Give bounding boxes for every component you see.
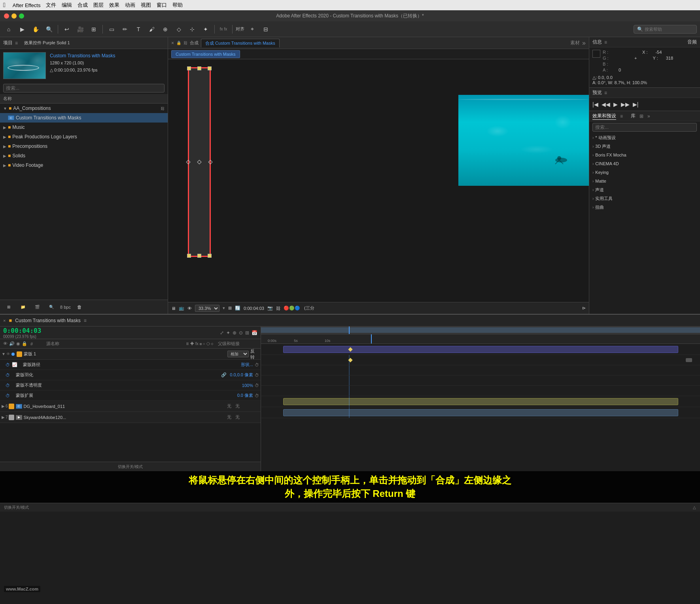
delete-button[interactable]: 🗑	[74, 302, 85, 313]
menu-effects[interactable]: 效果	[109, 2, 119, 9]
prop-stopwatch-opacity[interactable]: ⏱	[255, 383, 259, 388]
comp-viewer-canvas[interactable]	[168, 59, 589, 302]
prop-stopwatch-feather[interactable]: ⏱	[255, 373, 259, 378]
vis-eye[interactable]: 👁	[6, 352, 10, 356]
prop-value-opacity[interactable]: 100%	[242, 383, 253, 388]
effects-item-2[interactable]: › Boris FX Mocha	[589, 151, 700, 159]
track-bar-6[interactable]	[283, 398, 678, 405]
track-bar-7[interactable]	[283, 409, 678, 416]
layer-7[interactable]: ▶ 7 ▶ Skyward4Adobe120... 无 无	[0, 412, 261, 423]
eye-icon[interactable]: 👁	[3, 341, 8, 346]
list-item-custom-transitions[interactable]: C Custom Transitions with Masks	[0, 113, 168, 123]
pin-tool[interactable]: ✦	[200, 24, 211, 35]
prop-value-expansion[interactable]: 0.0 像素	[237, 393, 253, 398]
new-comp-button[interactable]: ⊞	[3, 302, 14, 313]
text-tool[interactable]: T	[133, 24, 144, 35]
apple-logo[interactable]: 	[3, 2, 6, 9]
search-btn[interactable]: 🔍	[46, 302, 57, 313]
effects-presets-tab[interactable]: 效果和预设	[592, 113, 616, 120]
info-menu-icon[interactable]: ≡	[604, 40, 607, 45]
viewer-timecode[interactable]: 0:00:04:03	[244, 306, 264, 311]
switch-label[interactable]: 切换开关/模式	[118, 464, 143, 470]
panel-menu-btn[interactable]: »	[582, 40, 586, 47]
menu-window[interactable]: 窗口	[157, 2, 167, 9]
mask-feather[interactable]: fx fx	[218, 24, 229, 35]
expand-icon[interactable]: ⊳	[582, 306, 586, 311]
layer-6[interactable]: ▶ 6 C DG_Hoverboard_011 无 无	[0, 401, 261, 412]
rect-shape-tool[interactable]: ▭	[106, 24, 117, 35]
camera-tool[interactable]: 🎥	[75, 24, 86, 35]
loop-icon[interactable]: 🔄	[235, 306, 240, 311]
timeline-tool-4[interactable]: ⊙	[239, 330, 243, 336]
list-item-precomp[interactable]: ▶ ■ Precompositions	[0, 142, 168, 151]
timeline-tool-6[interactable]: 📅	[252, 330, 257, 336]
timeline-tool-2[interactable]: ✦	[226, 330, 230, 336]
close-button[interactable]	[4, 13, 9, 19]
list-item-video[interactable]: ▶ ■ Video Footage	[0, 160, 168, 170]
pen-tool[interactable]: ✏	[119, 24, 131, 35]
eraser-tool[interactable]: ◇	[173, 24, 184, 35]
effects-item-8[interactable]: › 扭曲	[589, 203, 700, 211]
prop-stopwatch-path[interactable]: ⏱	[255, 362, 259, 367]
camera-icon[interactable]: 📷	[267, 306, 273, 311]
effects-more[interactable]: »	[647, 113, 650, 119]
mask-handle-br[interactable]	[208, 254, 212, 258]
maximize-button[interactable]	[19, 13, 24, 19]
path-anim-icon[interactable]: ⏱	[6, 362, 12, 367]
mask-point-mc[interactable]	[197, 160, 201, 164]
preview-menu[interactable]: ≡	[604, 90, 607, 96]
viewer-icon-1[interactable]: 🖥	[171, 306, 176, 311]
mask-handle-tc[interactable]	[197, 66, 201, 70]
list-item-solids[interactable]: ▶ ■ Solids	[0, 151, 168, 160]
reverse-btn[interactable]: 反转	[250, 348, 259, 360]
view-mode[interactable]: (三分	[304, 305, 314, 311]
search-help-input[interactable]	[645, 27, 692, 32]
solo-icon2[interactable]: ◉	[16, 341, 20, 346]
effects-item-3[interactable]: › CINEMA 4D	[589, 159, 700, 168]
zoom-tool[interactable]: 🔍	[44, 24, 55, 35]
mask-handle-tr[interactable]	[208, 66, 212, 70]
project-search-input[interactable]	[3, 84, 165, 92]
grid-snap[interactable]: ⊟	[260, 24, 271, 35]
list-item-aa-compositions[interactable]: ▼ ■ AA_Compositions ⛓	[0, 104, 168, 113]
select-tool[interactable]: ▶	[17, 24, 28, 35]
mask-strip[interactable]	[188, 67, 211, 257]
comp-breadcrumb-tab[interactable]: Custom Transitions with Masks	[171, 50, 240, 58]
lock-icon2[interactable]: 🔒	[22, 341, 27, 346]
render-button[interactable]: 🎬	[32, 302, 43, 313]
mask-handle-bc[interactable]	[197, 254, 201, 258]
list-item-music[interactable]: ▶ ■ Music	[0, 123, 168, 132]
layer-expand-6[interactable]: ▶	[2, 404, 5, 408]
undo-tool[interactable]: ↩	[61, 24, 72, 35]
layer-expand-7[interactable]: ▶	[2, 415, 5, 419]
prop-value-path[interactable]: 形状...	[241, 362, 253, 368]
layer-mask1[interactable]: ▼ 👁 蒙版 1 相加 正常 减去 反转	[0, 349, 261, 360]
menu-view[interactable]: 视图	[141, 2, 151, 9]
chain2-icon[interactable]: ⛓	[276, 306, 280, 311]
clone-tool[interactable]: ⊕	[160, 24, 171, 35]
effects-item-4[interactable]: › Keying	[589, 168, 700, 177]
library-tab[interactable]: 库	[631, 113, 636, 119]
mask-handle-bl[interactable]	[187, 254, 191, 258]
prop-value-feather[interactable]: 0.0,0.0 像素	[230, 372, 253, 378]
timeline-close-icon[interactable]: ×	[3, 318, 6, 323]
viewer-icon-3[interactable]: 👁	[187, 306, 192, 311]
zoom-dropdown[interactable]: ▾	[223, 306, 225, 311]
bit-depth-label[interactable]: 8 bpc	[60, 305, 71, 310]
effects-item-1[interactable]: › 3D 声道	[589, 142, 700, 151]
menu-file[interactable]: 文件	[46, 2, 56, 9]
track-bar-mask1[interactable]	[283, 346, 678, 353]
play-btn[interactable]: ▶	[613, 101, 618, 108]
close-tab-icon[interactable]: ×	[171, 40, 174, 46]
blend-mode-select[interactable]: 相加 正常 减去	[227, 351, 249, 357]
comp-tab-name[interactable]: 合成 Custom Transitions with Masks	[201, 39, 280, 47]
audio-icon[interactable]: 🔊	[9, 341, 15, 346]
opacity-anim-icon[interactable]: ⏱	[6, 383, 12, 388]
menu-composition[interactable]: 合成	[78, 2, 88, 9]
layer-expand-mask1[interactable]: ▼	[2, 352, 6, 356]
step-forward-btn[interactable]: ▶▶	[621, 101, 630, 108]
menu-animation[interactable]: 动画	[125, 2, 135, 9]
timeline-menu[interactable]: ≡	[84, 318, 87, 323]
zoom-select[interactable]: 33.3% 50% 100%	[195, 305, 219, 312]
effects-item-6[interactable]: › 声道	[589, 185, 700, 194]
